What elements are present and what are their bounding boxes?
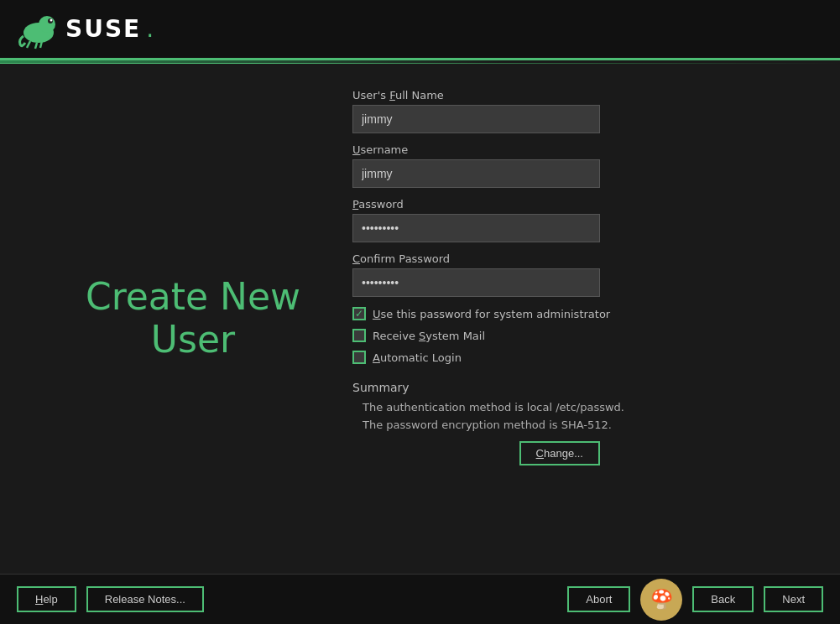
back-button[interactable]: Back <box>692 586 754 612</box>
confirm-password-label: Confirm Password <box>352 252 806 265</box>
abort-button[interactable]: Abort <box>567 586 630 612</box>
suse-logo: SUSE. <box>17 9 154 49</box>
username-label: Username <box>352 143 806 156</box>
main-content: Create New User User's Full Name Usernam… <box>0 64 840 574</box>
summary-text: The authentication method is local /etc/… <box>352 399 806 434</box>
username-input[interactable] <box>352 159 600 188</box>
next-button[interactable]: Next <box>764 586 823 612</box>
auto-login-label: Automatic Login <box>373 351 462 364</box>
summary-section: Summary The authentication method is loc… <box>352 377 806 465</box>
footer-right: Abort 🍄 Back Next <box>567 579 823 621</box>
release-notes-button[interactable]: Release Notes... <box>86 586 204 612</box>
confirm-password-group: Confirm Password <box>352 252 806 297</box>
help-button[interactable]: Help <box>17 586 76 612</box>
summary-line1: The authentication method is local /etc/… <box>363 399 806 417</box>
svg-line-5 <box>35 43 37 49</box>
password-label: Password <box>352 198 806 211</box>
full-name-input[interactable] <box>352 105 600 133</box>
mushroom-icon: 🍄 <box>640 579 682 621</box>
auto-login-checkbox-group: Automatic Login <box>352 351 806 364</box>
summary-line2: The password encryption method is SHA-51… <box>363 417 806 434</box>
suse-dot: . <box>146 15 154 43</box>
username-group: Username <box>352 143 806 188</box>
full-name-label: User's Full Name <box>352 89 806 101</box>
auto-login-checkbox[interactable] <box>352 351 366 364</box>
password-group: Password <box>352 198 806 242</box>
system-mail-label: Receive System Mail <box>373 330 485 342</box>
admin-password-label: Use this password for system administrat… <box>373 308 610 320</box>
summary-title: Summary <box>352 381 806 394</box>
footer: Help Release Notes... Abort 🍄 Back Next <box>0 574 840 624</box>
left-panel: Create New User <box>34 81 352 557</box>
suse-brand-text: SUSE <box>65 15 141 43</box>
svg-line-4 <box>27 41 30 48</box>
page-title: Create New User <box>86 276 300 361</box>
header: SUSE. <box>0 0 840 60</box>
right-panel: User's Full Name Username Password Confi… <box>352 81 806 557</box>
svg-point-3 <box>50 18 53 21</box>
system-mail-checkbox-group: Receive System Mail <box>352 329 806 342</box>
suse-chameleon-icon <box>17 9 60 49</box>
full-name-group: User's Full Name <box>352 89 806 133</box>
password-input[interactable] <box>352 214 600 242</box>
admin-password-checkbox[interactable] <box>352 307 366 320</box>
confirm-password-input[interactable] <box>352 268 600 297</box>
svg-point-1 <box>39 16 55 33</box>
change-button-wrapper: Change... <box>352 441 600 465</box>
system-mail-checkbox[interactable] <box>352 329 366 342</box>
change-button[interactable]: Change... <box>519 441 600 465</box>
admin-password-checkbox-group: Use this password for system administrat… <box>352 307 806 320</box>
